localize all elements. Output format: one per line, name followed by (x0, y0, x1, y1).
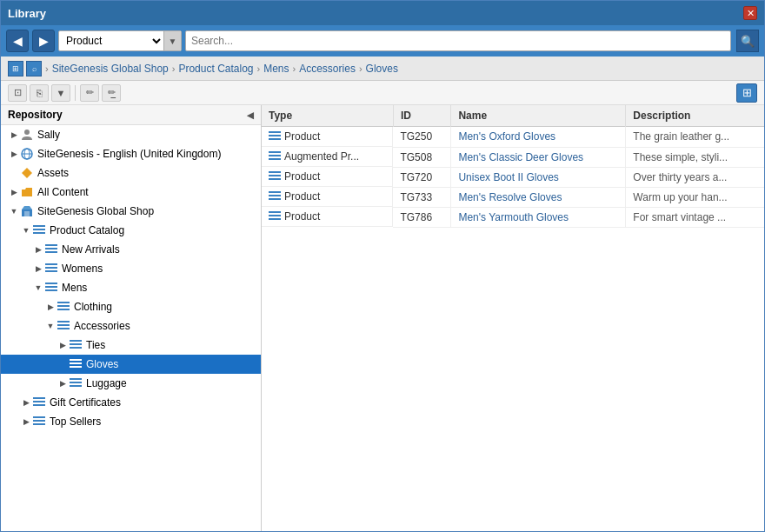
bc-sep-3: › (293, 63, 296, 74)
forward-button[interactable]: ▶ (32, 30, 55, 52)
breadcrumb-item-2[interactable]: Mens (263, 63, 289, 75)
breadcrumb-item-3[interactable]: Accessories (299, 63, 356, 75)
table-row[interactable]: ProductTG250Men's Oxford GlovesThe grain… (262, 127, 764, 148)
search-input[interactable] (186, 35, 730, 47)
tree-label-gift-certificates: Gift Certificates (50, 396, 121, 409)
tree-item-top-sellers[interactable]: ▶ Top Sellers (1, 412, 261, 431)
tree-item-gloves[interactable]: Gloves (1, 355, 261, 374)
col-description[interactable]: Description (626, 105, 764, 127)
sidebar-resize-handle[interactable] (254, 105, 261, 531)
type-dropdown-icon[interactable]: ▼ (163, 31, 181, 50)
tree-toggle-assets[interactable] (8, 167, 20, 179)
tree-item-product-catalog[interactable]: ▼ Product Catalog (1, 221, 261, 240)
tree-icon-sally (20, 128, 34, 142)
edit-button[interactable]: ✏ (80, 84, 99, 102)
tree-toggle-top-sellers[interactable]: ▶ (20, 416, 32, 428)
type-select[interactable]: Product Augmented Product Category (59, 31, 163, 50)
table-row[interactable]: ProductTG786Men's Yarmouth GlovesFor sma… (262, 207, 764, 227)
tree-toggle-gift-certificates[interactable]: ▶ (20, 396, 32, 409)
view-toggle-button[interactable]: ⊞ (736, 83, 757, 103)
cell-type: Product (262, 127, 393, 147)
tree-toggle-mens[interactable]: ▼ (32, 282, 44, 294)
svg-rect-22 (57, 321, 70, 323)
col-type[interactable]: Type (262, 105, 393, 127)
cell-id: TG786 (393, 207, 451, 227)
tree-item-gift-certificates[interactable]: ▶ Gift Certificates (1, 393, 261, 412)
tree-toggle-luggage[interactable]: ▶ (57, 377, 69, 389)
tree-toggle-product-catalog[interactable]: ▼ (20, 224, 32, 236)
close-button[interactable]: ✕ (743, 6, 757, 20)
breadcrumb-item-1[interactable]: Product Catalog (178, 63, 253, 75)
tree-toggle-sitegenesis-english[interactable]: ▶ (8, 148, 20, 160)
cell-type: Product (262, 207, 393, 227)
breadcrumb-item-0[interactable]: SiteGenesis Global Shop (52, 63, 169, 75)
search-button[interactable]: 🔍 (736, 30, 759, 52)
table-row[interactable]: Augmented Pr...TG508Men's Classic Deer G… (262, 147, 764, 167)
svg-rect-52 (269, 211, 281, 213)
tree-icon-clothing (57, 300, 70, 314)
breadcrumb-grid-icon[interactable]: ⊞ (8, 61, 23, 76)
cell-name[interactable]: Unisex Boot II Gloves (451, 167, 626, 187)
svg-rect-19 (57, 302, 70, 303)
new-folder-button[interactable]: ⊡ (8, 84, 27, 102)
mark-button[interactable]: ✏̲ (102, 84, 121, 102)
table-row[interactable]: ProductTG720Unisex Boot II GlovesOver th… (262, 167, 764, 187)
svg-point-0 (24, 130, 30, 135)
tree-toggle-womens[interactable]: ▶ (32, 263, 44, 275)
copy-button[interactable]: ⎘ (30, 84, 49, 102)
back-button[interactable]: ◀ (6, 30, 29, 52)
tree-item-ties[interactable]: ▶ Ties (1, 336, 261, 355)
svg-rect-47 (269, 175, 281, 176)
svg-rect-50 (269, 195, 281, 196)
type-select-wrapper: Product Augmented Product Category ▼ (58, 30, 182, 51)
tree-item-all-content[interactable]: ▶ All Content (1, 183, 261, 202)
svg-rect-31 (70, 378, 82, 380)
tree-item-clothing[interactable]: ▶ Clothing (1, 297, 261, 316)
tree-label-sally: Sally (37, 129, 60, 141)
tree-toggle-clothing[interactable]: ▶ (44, 301, 57, 313)
tree-label-clothing: Clothing (74, 301, 112, 313)
tree-toggle-accessories[interactable]: ▼ (44, 320, 57, 332)
breadcrumb-search-icon[interactable]: ⌕ (26, 61, 42, 76)
tree-toggle-ties[interactable]: ▶ (57, 339, 69, 351)
tree-item-womens[interactable]: ▶ Womens (1, 259, 261, 278)
tree-icon-womens (44, 262, 58, 276)
tree-label-sitegenesis-english: SiteGenesis - English (United Kingdom) (37, 148, 221, 160)
col-id[interactable]: ID (393, 105, 451, 127)
svg-rect-48 (269, 178, 281, 180)
table-row[interactable]: ProductTG733Men's Resolve GlovesWarm up … (262, 187, 764, 207)
tree-item-mens[interactable]: ▼ Mens (1, 278, 261, 297)
svg-rect-46 (269, 171, 281, 173)
dropdown-button[interactable]: ▼ (51, 84, 70, 102)
svg-rect-30 (70, 366, 82, 368)
svg-marker-4 (22, 168, 32, 178)
cell-name[interactable]: Men's Classic Deer Gloves (451, 147, 626, 167)
tree-item-new-arrivals[interactable]: ▶ New Arrivals (1, 240, 261, 259)
cell-name[interactable]: Men's Yarmouth Gloves (451, 207, 626, 227)
svg-rect-42 (269, 138, 281, 140)
tree-item-accessories[interactable]: ▼ Accessories (1, 316, 261, 336)
tree-toggle-gloves[interactable] (57, 358, 69, 370)
tree-toggle-new-arrivals[interactable]: ▶ (32, 243, 44, 256)
tree-item-sitegenesis-shop[interactable]: ▼ SiteGenesis Global Shop (1, 202, 261, 221)
tree-item-sitegenesis-english[interactable]: ▶ SiteGenesis - English (United Kingdom) (1, 144, 261, 163)
library-window: Library ✕ ◀ ▶ Product Augmented Product … (0, 0, 765, 532)
breadcrumb-item-4[interactable]: Gloves (366, 63, 398, 75)
svg-rect-35 (33, 401, 45, 402)
svg-rect-36 (33, 404, 45, 406)
col-name[interactable]: Name (451, 105, 626, 127)
cell-type: Product (262, 167, 393, 187)
tree-toggle-all-content[interactable]: ▶ (8, 186, 20, 198)
tree-item-assets[interactable]: Assets (1, 163, 261, 183)
cell-name[interactable]: Men's Resolve Gloves (451, 187, 626, 207)
tree-icon-sitegenesis-shop (20, 204, 34, 218)
tree-item-sally[interactable]: ▶ Sally (1, 125, 261, 144)
svg-rect-54 (269, 218, 281, 220)
tree-toggle-sitegenesis-shop[interactable]: ▼ (8, 205, 20, 217)
sidebar-collapse-icon[interactable]: ◀ (247, 110, 254, 120)
tree-item-luggage[interactable]: ▶ Luggage (1, 374, 261, 393)
tree-toggle-sally[interactable]: ▶ (8, 129, 20, 141)
cell-name[interactable]: Men's Oxford Gloves (451, 127, 626, 148)
svg-rect-38 (33, 420, 45, 422)
bc-sep-0: › (45, 63, 49, 74)
